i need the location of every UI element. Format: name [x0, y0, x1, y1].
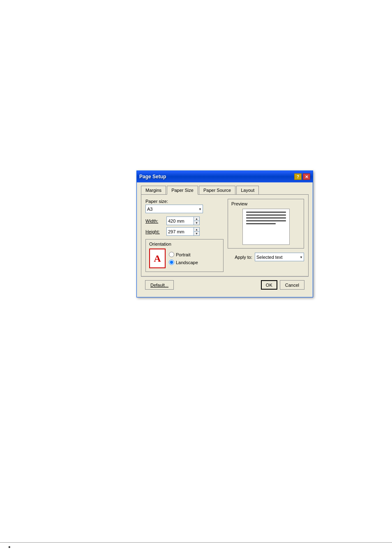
apply-to-row: Apply to: Selected text Whole document T… — [228, 253, 304, 261]
landscape-radio[interactable] — [169, 260, 174, 265]
apply-to-select-wrapper: Selected text Whole document This point … — [255, 253, 304, 261]
dialog-window: Page Setup ? ✕ Margins Paper Size Paper … — [136, 170, 313, 297]
right-buttons: OK Cancel — [261, 280, 304, 290]
tab-margins-label: Margins — [145, 188, 161, 193]
preview-legend: Preview — [231, 201, 300, 206]
width-spin-down[interactable]: ▼ — [194, 221, 199, 225]
left-col: Paper size: A3 A4 A5 Letter Legal — [145, 199, 224, 272]
width-spinner: ▲ ▼ — [194, 217, 199, 225]
tab-content: Paper size: A3 A4 A5 Letter Legal — [141, 194, 309, 276]
height-spin-down[interactable]: ▼ — [194, 232, 199, 235]
width-row: Width: ▲ ▼ — [145, 216, 224, 225]
orientation-icon-letter: A — [154, 253, 161, 264]
paper-size-select[interactable]: A3 A4 A5 Letter Legal — [145, 205, 203, 213]
title-bar-buttons: ? ✕ — [294, 173, 310, 180]
ok-button[interactable]: OK — [261, 280, 277, 290]
tab-paper-source-label: Paper Source — [203, 188, 231, 193]
cancel-button-label: Cancel — [285, 283, 299, 288]
tab-paper-source[interactable]: Paper Source — [199, 186, 235, 195]
help-button[interactable]: ? — [294, 173, 302, 180]
cancel-button[interactable]: Cancel — [280, 280, 304, 290]
preview-line-5 — [246, 223, 276, 224]
tabs-row: Margins Paper Size Paper Source Layout — [141, 186, 309, 195]
dialog-title: Page Setup — [139, 174, 166, 180]
tab-two-col: Paper size: A3 A4 A5 Letter Legal — [145, 199, 304, 272]
paper-size-label: Paper size: — [145, 199, 224, 204]
title-bar: Page Setup ? ✕ — [137, 171, 313, 182]
width-label: Width: — [145, 219, 164, 223]
paper-size-select-wrapper: A3 A4 A5 Letter Legal — [145, 205, 203, 213]
tab-paper-size[interactable]: Paper Size — [167, 186, 198, 195]
height-spin-up[interactable]: ▲ — [194, 228, 199, 232]
orientation-inner: A Portrait Landscape — [149, 249, 220, 268]
apply-to-select[interactable]: Selected text Whole document This point … — [255, 253, 304, 261]
preview-paper — [242, 209, 290, 245]
portrait-label: Portrait — [176, 252, 190, 257]
tab-paper-size-label: Paper Size — [171, 188, 194, 193]
tab-margins[interactable]: Margins — [141, 186, 166, 195]
landscape-row: Landscape — [169, 260, 198, 265]
width-spin-up[interactable]: ▲ — [194, 217, 199, 221]
dialog-bottom: Default... OK Cancel — [141, 276, 309, 293]
height-label: Height: — [145, 229, 164, 234]
height-input-wrapper: ▲ ▼ — [166, 227, 200, 236]
height-row: Height: ▲ ▼ — [145, 227, 224, 236]
preview-line-3 — [246, 217, 286, 219]
tab-layout[interactable]: Layout — [236, 186, 259, 195]
tab-layout-label: Layout — [241, 188, 254, 193]
radio-options: Portrait Landscape — [169, 252, 198, 265]
landscape-label: Landscape — [176, 260, 198, 265]
preview-line-4 — [246, 220, 286, 221]
orientation-legend: Orientation — [149, 242, 220, 246]
bottom-bullet: • — [8, 543, 11, 551]
portrait-radio[interactable] — [169, 252, 174, 257]
portrait-row: Portrait — [169, 252, 198, 257]
dialog-content: Margins Paper Size Paper Source Layout — [137, 182, 313, 297]
bottom-divider — [0, 542, 392, 543]
orientation-group: Orientation A Portrait — [145, 239, 224, 272]
width-input-wrapper: ▲ ▼ — [166, 216, 200, 225]
ok-button-label: OK — [266, 283, 272, 288]
height-input[interactable] — [167, 228, 194, 235]
apply-to-label: Apply to: — [235, 255, 252, 260]
orientation-icon: A — [149, 249, 166, 268]
page-background: Page Setup ? ✕ Margins Paper Size Paper … — [0, 0, 392, 555]
close-button[interactable]: ✕ — [303, 173, 310, 180]
preview-line-1 — [246, 212, 286, 213]
paper-size-group: Paper size: A3 A4 A5 Letter Legal — [145, 199, 224, 213]
width-input[interactable] — [167, 217, 194, 225]
right-col: Preview Apply to: — [228, 199, 304, 272]
default-button-label: Default... — [150, 283, 168, 288]
preview-group: Preview — [228, 199, 304, 249]
height-spinner: ▲ ▼ — [194, 228, 199, 235]
default-button[interactable]: Default... — [145, 280, 174, 290]
preview-line-2 — [246, 214, 286, 216]
